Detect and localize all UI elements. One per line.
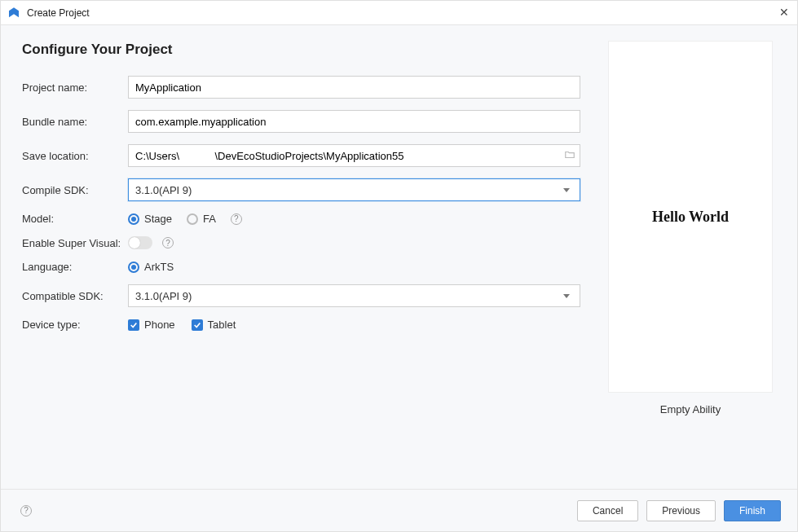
compatible-sdk-select[interactable]: 3.1.0(API 9) [128, 284, 580, 307]
row-save-location: Save location: [22, 144, 580, 167]
form-area: Configure Your Project Project name: Bun… [22, 42, 605, 481]
label-model: Model: [22, 213, 128, 225]
row-compile-sdk: Compile SDK: 3.1.0(API 9) [22, 178, 580, 201]
preview-caption: Empty Ability [660, 403, 721, 415]
row-project-name: Project name: [22, 76, 580, 99]
row-bundle-name: Bundle name: [22, 110, 580, 133]
radio-dot-icon [128, 213, 139, 225]
compatible-sdk-value: 3.1.0(API 9) [135, 290, 192, 302]
label-project-name: Project name: [22, 81, 128, 94]
help-icon[interactable]: ? [162, 237, 174, 248]
preview-text: Hello World [652, 209, 729, 226]
preview-area: Hello World Empty Ability [605, 42, 776, 481]
language-radio-arkts[interactable]: ArkTS [128, 261, 174, 273]
app-logo-icon [7, 7, 20, 20]
label-language: Language: [22, 261, 128, 273]
device-checkbox-tablet[interactable]: Tablet [192, 319, 236, 331]
model-radio-stage[interactable]: Stage [128, 213, 172, 225]
preview-canvas: Hello World [609, 42, 772, 392]
title-bar: Create Project ✕ [1, 1, 797, 25]
label-save-location: Save location: [22, 150, 128, 162]
footer: ? Cancel Previous Finish [1, 489, 797, 531]
label-compatible-sdk: Compatible SDK: [22, 290, 128, 302]
language-arkts-label: ArkTS [144, 261, 174, 273]
browse-folder-icon[interactable] [564, 149, 575, 163]
finish-button[interactable]: Finish [724, 500, 781, 521]
model-fa-label: FA [203, 213, 216, 225]
help-icon[interactable]: ? [231, 213, 242, 225]
chevron-down-icon [563, 188, 570, 192]
close-icon[interactable]: ✕ [779, 6, 789, 19]
bundle-name-input[interactable] [128, 110, 580, 133]
page-heading: Configure Your Project [22, 42, 580, 58]
label-compile-sdk: Compile SDK: [22, 184, 128, 196]
window-title: Create Project [27, 7, 90, 19]
radio-dot-icon [128, 262, 139, 273]
model-stage-label: Stage [144, 213, 172, 225]
device-phone-label: Phone [144, 319, 175, 331]
label-device-type: Device type: [22, 319, 128, 331]
compile-sdk-select[interactable]: 3.1.0(API 9) [128, 178, 580, 201]
row-language: Language: ArkTS [22, 261, 580, 273]
label-bundle-name: Bundle name: [22, 116, 128, 128]
cancel-button[interactable]: Cancel [577, 500, 638, 521]
project-name-input[interactable] [128, 76, 580, 99]
radio-dot-icon [187, 213, 198, 225]
help-icon[interactable]: ? [20, 505, 32, 517]
footer-buttons: Cancel Previous Finish [577, 500, 781, 521]
previous-button[interactable]: Previous [646, 500, 716, 521]
checkbox-icon [128, 319, 139, 331]
device-checkbox-phone[interactable]: Phone [128, 319, 175, 331]
compile-sdk-value: 3.1.0(API 9) [135, 184, 192, 196]
device-tablet-label: Tablet [208, 319, 236, 331]
save-location-input[interactable] [128, 144, 580, 167]
label-enable-super-visual: Enable Super Visual: [22, 237, 128, 249]
model-radio-fa[interactable]: FA [187, 213, 216, 225]
row-enable-super-visual: Enable Super Visual: ? [22, 236, 580, 249]
checkbox-icon [192, 319, 203, 331]
chevron-down-icon [563, 294, 570, 298]
row-model: Model: Stage FA ? [22, 213, 580, 225]
row-compatible-sdk: Compatible SDK: 3.1.0(API 9) [22, 284, 580, 307]
content-area: Configure Your Project Project name: Bun… [1, 25, 797, 489]
super-visual-toggle[interactable] [128, 236, 152, 249]
row-device-type: Device type: Phone Tablet [22, 319, 580, 331]
